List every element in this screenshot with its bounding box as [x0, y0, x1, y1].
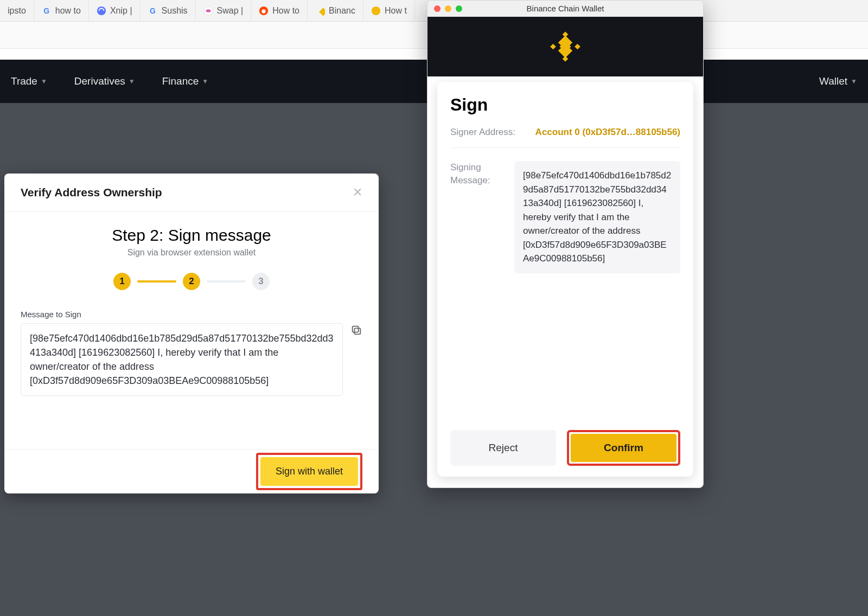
svg-rect-7: [354, 328, 360, 334]
sign-with-wallet-button[interactable]: Sign with wallet: [260, 457, 358, 486]
sushi-icon: [203, 6, 213, 16]
svg-point-6: [372, 6, 380, 15]
nav-label: Trade: [11, 75, 37, 87]
extension-window: Binance Chain Wallet Sign Signer Address…: [427, 0, 704, 488]
signing-message-label: Signing Message:: [450, 161, 505, 187]
svg-point-2: [206, 9, 210, 12]
nav-item-trade[interactable]: Trade▼: [11, 75, 47, 87]
signer-address-value: Account 0 (0xD3f57d…88105b56): [535, 127, 680, 138]
svg-rect-8: [353, 326, 359, 332]
step-dot-3: 3: [252, 273, 270, 290]
step-title: Step 2: Sign message: [21, 226, 362, 245]
browser-tab[interactable]: How to: [251, 0, 308, 22]
close-icon[interactable]: ✕: [353, 185, 362, 200]
chevron-down-icon: ▼: [129, 78, 135, 85]
svg-rect-12: [575, 44, 580, 50]
browser-tab[interactable]: Xnip |: [89, 0, 141, 22]
nav-item-wallet[interactable]: Wallet▼: [819, 75, 857, 87]
google-icon: G: [148, 6, 158, 16]
sign-button-highlight: Sign with wallet: [256, 453, 362, 490]
reddit-icon: [259, 6, 269, 16]
tab-label: How t: [385, 6, 407, 16]
chevron-down-icon: ▼: [851, 78, 857, 85]
bnb-icon: [315, 6, 325, 16]
xnip-icon: [97, 6, 106, 16]
browser-tab[interactable]: Binanc: [308, 0, 363, 22]
confirm-button-highlight: Confirm: [567, 430, 680, 466]
modal-body: Step 2: Sign message Sign via browser ex…: [4, 212, 379, 449]
pancake-icon: [371, 6, 381, 16]
browser-tab[interactable]: G how to: [34, 0, 89, 22]
signing-row: Signing Message: [98e75efc470d1406dbd16e…: [450, 161, 680, 273]
confirm-button[interactable]: Confirm: [571, 434, 676, 462]
browser-tab[interactable]: How t: [363, 0, 415, 22]
signing-message-value: [98e75efc470d1406dbd16e1b785d29d5a87d517…: [514, 161, 680, 273]
svg-point-4: [262, 9, 266, 13]
step-line: [137, 280, 176, 283]
nav-item-finance[interactable]: Finance▼: [162, 75, 209, 87]
stepper: 1 2 3: [21, 273, 362, 290]
google-icon: G: [42, 6, 52, 16]
window-title: Binance Chain Wallet: [427, 4, 703, 13]
step-dot-1: 1: [113, 273, 131, 290]
signer-address-label: Signer Address:: [450, 127, 515, 138]
modal-title: Verify Address Ownership: [21, 186, 162, 199]
chevron-down-icon: ▼: [41, 78, 47, 85]
sign-heading: Sign: [450, 95, 680, 115]
tab-label: Sushis: [162, 6, 188, 16]
browser-tab[interactable]: ipsto: [0, 0, 34, 22]
svg-point-0: [97, 6, 106, 15]
svg-rect-11: [550, 44, 556, 50]
sign-card: Sign Signer Address: Account 0 (0xD3f57d…: [437, 82, 693, 477]
message-label: Message to Sign: [21, 310, 362, 319]
extension-header: [427, 17, 703, 76]
tab-label: how to: [55, 6, 81, 16]
step-line: [207, 280, 246, 283]
tab-label: Binanc: [329, 6, 355, 16]
message-to-sign: [98e75efc470d1406dbd16e1b785d29d5a87d517…: [21, 323, 343, 396]
tab-label: How to: [272, 6, 299, 16]
reject-button[interactable]: Reject: [450, 430, 556, 466]
window-titlebar: Binance Chain Wallet: [427, 1, 703, 17]
verify-modal: Verify Address Ownership ✕ Step 2: Sign …: [4, 174, 379, 493]
chevron-down-icon: ▼: [202, 78, 208, 85]
bnb-logo-icon: [549, 30, 582, 63]
modal-footer: Sign with wallet: [4, 449, 379, 493]
step-dot-2: 2: [183, 273, 200, 290]
copy-icon[interactable]: [350, 324, 362, 336]
nav-item-derivatives[interactable]: Derivatives▼: [74, 75, 135, 87]
browser-tab[interactable]: G Sushis: [141, 0, 196, 22]
tab-label: ipsto: [8, 6, 26, 16]
step-subtitle: Sign via browser extension wallet: [21, 248, 362, 258]
svg-rect-5: [319, 8, 325, 16]
tab-label: Xnip |: [110, 6, 132, 16]
tab-label: Swap |: [217, 6, 244, 16]
extension-buttons: Reject Confirm: [450, 425, 680, 466]
nav-label: Derivatives: [74, 75, 125, 87]
modal-header: Verify Address Ownership ✕: [4, 174, 379, 212]
nav-label: Wallet: [819, 75, 847, 87]
browser-tab[interactable]: Swap |: [196, 0, 252, 22]
signer-row: Signer Address: Account 0 (0xD3f57d…8810…: [450, 127, 680, 148]
nav-label: Finance: [162, 75, 199, 87]
